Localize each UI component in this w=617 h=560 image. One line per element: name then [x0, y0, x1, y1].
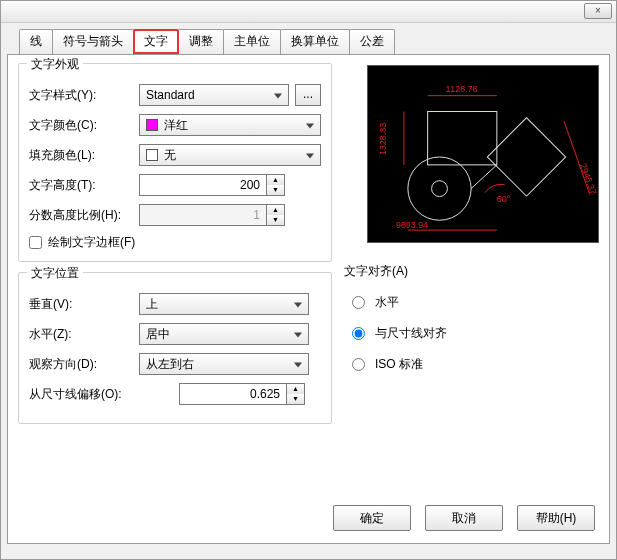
group-text-position: 文字位置 垂直(V): 上 水平(Z): 居中 观察: [18, 272, 332, 424]
dim-left-text: 1328.33: [378, 123, 388, 155]
tab-tolerance[interactable]: 公差: [349, 29, 395, 54]
combo-vertical-value: 上: [146, 296, 158, 313]
swatch-magenta-icon: [146, 119, 158, 131]
label-fill-color: 填充颜色(L):: [29, 147, 139, 164]
label-fraction-height: 分数高度比例(H):: [29, 207, 139, 224]
tab-line[interactable]: 线: [19, 29, 53, 54]
combo-horizontal-value: 居中: [146, 326, 170, 343]
help-button[interactable]: 帮助(H): [517, 505, 595, 531]
radio-align-iso[interactable]: [352, 358, 365, 371]
label-view-direction: 观察方向(D):: [29, 356, 139, 373]
tab-panel-text: 1128.76 1328.33 9893.94 2945.37 60° 文字外观…: [7, 54, 610, 544]
label-offset: 从尺寸线偏移(O):: [29, 386, 139, 403]
tab-text[interactable]: 文字: [133, 29, 179, 54]
spin-up-icon: ▲: [267, 205, 284, 215]
legend-appearance: 文字外观: [27, 56, 83, 73]
label-align-with-dim: 与尺寸线对齐: [375, 325, 447, 342]
dim-right-text: 2945.37: [578, 162, 598, 196]
dialog-window: × 线 符号与箭头 文字 调整 主单位 换算单位 公差: [0, 0, 617, 560]
combo-fill-color[interactable]: 无: [139, 144, 321, 166]
label-text-style: 文字样式(Y):: [29, 87, 139, 104]
input-fraction-height: [139, 204, 267, 226]
combo-horizontal[interactable]: 居中: [139, 323, 309, 345]
combo-text-color-value: 洋红: [164, 117, 188, 134]
ok-button[interactable]: 确定: [333, 505, 411, 531]
legend-alignment: 文字对齐(A): [344, 263, 599, 280]
combo-view-direction-value: 从左到右: [146, 356, 194, 373]
combo-text-style[interactable]: Standard: [139, 84, 289, 106]
titlebar: ×: [1, 1, 616, 23]
label-horizontal: 水平(Z):: [29, 326, 139, 343]
tab-strip: 线 符号与箭头 文字 调整 主单位 换算单位 公差: [1, 23, 616, 54]
radio-align-with-dim[interactable]: [352, 327, 365, 340]
tab-symbols-arrows[interactable]: 符号与箭头: [52, 29, 134, 54]
tab-primary-units[interactable]: 主单位: [223, 29, 281, 54]
input-text-height[interactable]: [139, 174, 267, 196]
label-align-horizontal: 水平: [375, 294, 399, 311]
combo-text-style-value: Standard: [146, 88, 195, 102]
dialog-buttons: 确定 取消 帮助(H): [333, 505, 595, 531]
label-vertical: 垂直(V):: [29, 296, 139, 313]
dim-top-text: 1128.76: [445, 84, 477, 94]
combo-text-color[interactable]: 洋红: [139, 114, 321, 136]
svg-point-2: [432, 181, 448, 197]
label-text-color: 文字颜色(C):: [29, 117, 139, 134]
spinner-offset[interactable]: ▲ ▼: [179, 383, 309, 405]
group-text-appearance: 文字外观 文字样式(Y): Standard ... 文字颜色(C): 洋红: [18, 63, 332, 262]
spin-up-icon[interactable]: ▲: [267, 175, 284, 185]
spin-up-icon[interactable]: ▲: [287, 384, 304, 394]
dimension-preview: 1128.76 1328.33 9893.94 2945.37 60°: [367, 65, 599, 243]
tab-adjust[interactable]: 调整: [178, 29, 224, 54]
dim-bottom-text: 9893.94: [396, 220, 428, 230]
cancel-button[interactable]: 取消: [425, 505, 503, 531]
legend-position: 文字位置: [27, 265, 83, 282]
dim-angle-text: 60°: [497, 194, 511, 204]
spinner-fraction-height: ▲ ▼: [139, 204, 289, 226]
swatch-none-icon: [146, 149, 158, 161]
label-align-iso: ISO 标准: [375, 356, 423, 373]
spin-down-icon[interactable]: ▼: [267, 185, 284, 195]
label-draw-frame: 绘制文字边框(F): [48, 234, 135, 251]
combo-view-direction[interactable]: 从左到右: [139, 353, 309, 375]
svg-line-3: [471, 165, 497, 189]
radio-align-horizontal[interactable]: [352, 296, 365, 309]
spin-down-icon: ▼: [267, 215, 284, 225]
tab-alt-units[interactable]: 换算单位: [280, 29, 350, 54]
combo-fill-color-value: 无: [164, 147, 176, 164]
button-text-style-more[interactable]: ...: [295, 84, 321, 106]
close-button[interactable]: ×: [584, 3, 612, 19]
checkbox-draw-frame[interactable]: [29, 236, 42, 249]
svg-point-1: [408, 157, 471, 220]
spinner-text-height[interactable]: ▲ ▼: [139, 174, 289, 196]
spin-down-icon[interactable]: ▼: [287, 394, 304, 404]
group-text-alignment: 文字对齐(A) 水平 与尺寸线对齐 ISO 标准: [344, 263, 599, 373]
combo-vertical[interactable]: 上: [139, 293, 309, 315]
label-text-height: 文字高度(T):: [29, 177, 139, 194]
input-offset[interactable]: [179, 383, 287, 405]
